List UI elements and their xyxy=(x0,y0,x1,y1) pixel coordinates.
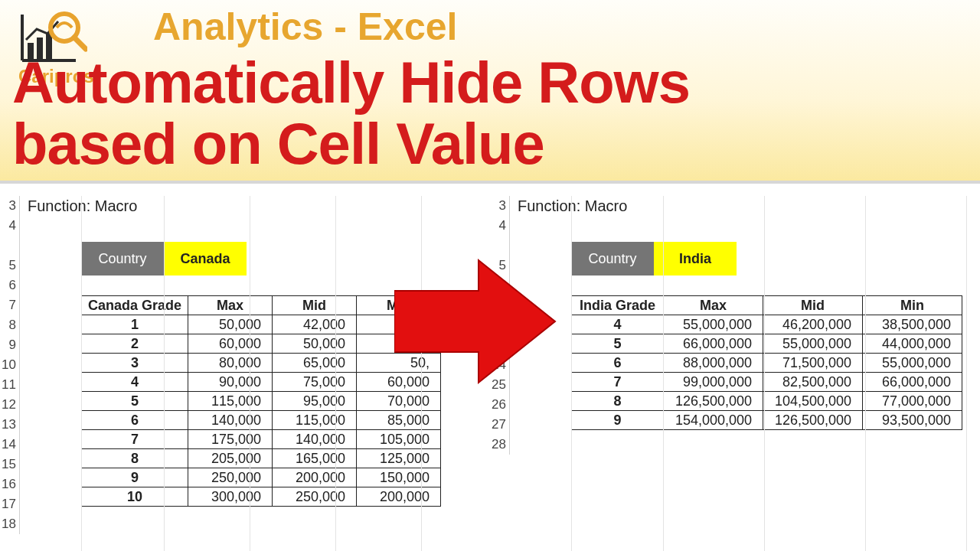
banner-subtitle: Analytics - Excel xyxy=(153,5,457,49)
table-row: 490,00075,00060,000 xyxy=(82,373,441,392)
cell-min: 150,000 xyxy=(357,468,441,487)
cell-mid: 71,500,000 xyxy=(763,354,863,373)
row-number: 4 xyxy=(490,216,510,236)
cell-grade: 8 xyxy=(82,449,188,468)
row-number: 3 xyxy=(490,196,510,216)
row-number: 14 xyxy=(0,435,20,455)
cell-grade: 2 xyxy=(82,334,188,354)
col-max: Max xyxy=(188,296,273,315)
row-numbers-left: 3456789101112131415161718 xyxy=(0,196,20,534)
cell-grade: 4 xyxy=(572,315,664,334)
data-table-right: India Grade Max Mid Min 455,000,00046,20… xyxy=(571,295,962,430)
col-grade-right: India Grade xyxy=(572,296,664,315)
banner-title-line1: Automatically Hide Rows xyxy=(12,52,690,113)
col-mid: Mid xyxy=(763,296,863,315)
cell-max: 140,000 xyxy=(188,411,273,430)
cell-min: 125,000 xyxy=(357,449,441,468)
cell-grade: 4 xyxy=(82,373,188,392)
row-number: 16 xyxy=(0,474,20,494)
table-row: 10300,000250,000200,000 xyxy=(82,487,441,507)
cell-min: 200,000 xyxy=(357,487,441,507)
cell-min: 93,500,000 xyxy=(863,411,962,430)
cell-max: 88,000,000 xyxy=(664,354,763,373)
function-label-left: Function: Macro xyxy=(20,196,486,216)
cell-grade: 8 xyxy=(572,392,664,411)
cell-mid: 65,000 xyxy=(273,354,357,373)
arrow-icon xyxy=(394,253,563,390)
col-max: Max xyxy=(664,296,763,315)
cell-grade: 10 xyxy=(82,487,188,507)
cell-grade: 5 xyxy=(572,334,664,354)
table-row: 799,000,00082,500,00066,000,000 xyxy=(572,373,962,392)
cell-mid: 50,000 xyxy=(273,334,357,354)
svg-line-6 xyxy=(74,37,86,49)
cell-mid: 95,000 xyxy=(273,392,357,411)
cell-mid: 126,500,000 xyxy=(763,411,863,430)
row-number: 8 xyxy=(0,315,20,335)
cell-min: 77,000,000 xyxy=(863,392,962,411)
cell-min: 70,000 xyxy=(357,392,441,411)
cell-mid: 250,000 xyxy=(273,487,357,507)
cell-max: 250,000 xyxy=(188,468,273,487)
row-number: 12 xyxy=(0,395,20,415)
table-row: 688,000,00071,500,00055,000,000 xyxy=(572,354,962,373)
country-value-left[interactable]: Canada xyxy=(164,242,247,276)
row-number: 10 xyxy=(0,355,20,375)
cell-grade: 5 xyxy=(82,392,188,411)
table-row: 9250,000200,000150,000 xyxy=(82,468,441,487)
cell-max: 300,000 xyxy=(188,487,273,507)
row-number: 27 xyxy=(490,415,510,435)
banner-title: Automatically Hide Rows based on Cell Va… xyxy=(12,52,690,174)
col-min: Min xyxy=(863,296,962,315)
cell-max: 126,500,000 xyxy=(664,392,763,411)
col-mid: Mid xyxy=(273,296,357,315)
cell-min: 55,000,000 xyxy=(863,354,962,373)
cell-max: 66,000,000 xyxy=(664,334,763,354)
cell-grade: 9 xyxy=(82,468,188,487)
row-number: 3 xyxy=(0,196,20,216)
sheet-after: 3456722232425262728 Function: Macro Coun… xyxy=(490,196,980,507)
cell-min: 38,500,000 xyxy=(863,315,962,334)
cell-max: 115,000 xyxy=(188,392,273,411)
table-row: 6140,000115,00085,000 xyxy=(82,411,441,430)
cell-max: 80,000 xyxy=(188,354,273,373)
table-row: 8205,000165,000125,000 xyxy=(82,449,441,468)
cell-mid: 42,000 xyxy=(273,315,357,334)
cell-mid: 140,000 xyxy=(273,430,357,449)
country-value-right[interactable]: India xyxy=(654,242,737,276)
row-number: 18 xyxy=(0,514,20,534)
cell-grade: 3 xyxy=(82,354,188,373)
row-number: 11 xyxy=(0,375,20,395)
row-number: 6 xyxy=(0,276,20,295)
cell-max: 99,000,000 xyxy=(664,373,763,392)
cell-max: 60,000 xyxy=(188,334,273,354)
cell-max: 90,000 xyxy=(188,373,273,392)
row-number: 28 xyxy=(490,435,510,455)
table-row: 5115,00095,00070,000 xyxy=(82,392,441,411)
row-number: 7 xyxy=(0,295,20,315)
cell-mid: 104,500,000 xyxy=(763,392,863,411)
cell-mid: 75,000 xyxy=(273,373,357,392)
cell-max: 175,000 xyxy=(188,430,273,449)
svg-marker-7 xyxy=(394,260,555,383)
table-row: 8126,500,000104,500,00077,000,000 xyxy=(572,392,962,411)
table-row: 566,000,00055,000,00044,000,000 xyxy=(572,334,962,354)
table-row: 150,00042,00035, xyxy=(82,315,441,334)
function-label-right: Function: Macro xyxy=(510,196,980,216)
table-row: 7175,000140,000105,000 xyxy=(82,430,441,449)
cell-grade: 7 xyxy=(572,373,664,392)
row-number: 15 xyxy=(0,455,20,474)
country-header-left: Country xyxy=(81,242,164,276)
banner-title-line2: based on Cell Value xyxy=(12,113,690,174)
row-number: 9 xyxy=(0,335,20,355)
row-number: 13 xyxy=(0,415,20,435)
cell-max: 50,000 xyxy=(188,315,273,334)
cell-mid: 55,000,000 xyxy=(763,334,863,354)
cell-min: 66,000,000 xyxy=(863,373,962,392)
cell-grade: 6 xyxy=(82,411,188,430)
cell-grade: 1 xyxy=(82,315,188,334)
table-row: 380,00065,00050, xyxy=(82,354,441,373)
row-number: 17 xyxy=(0,494,20,514)
cell-mid: 115,000 xyxy=(273,411,357,430)
cell-min: 85,000 xyxy=(357,411,441,430)
